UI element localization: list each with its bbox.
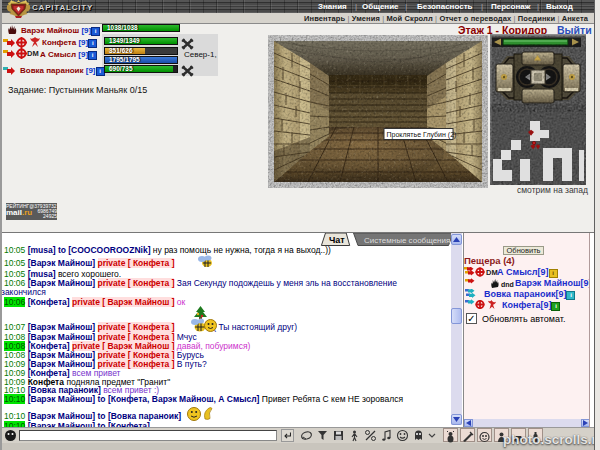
- svg-text:Системные сообщения: Системные сообщения: [364, 236, 450, 245]
- svg-text:Чат: Чат: [329, 235, 345, 245]
- svg-text:Проклятье Глубин (2): Проклятье Глубин (2): [387, 131, 457, 139]
- svg-text:DM: DM: [486, 268, 498, 277]
- svg-text:dnd: dnd: [501, 281, 514, 288]
